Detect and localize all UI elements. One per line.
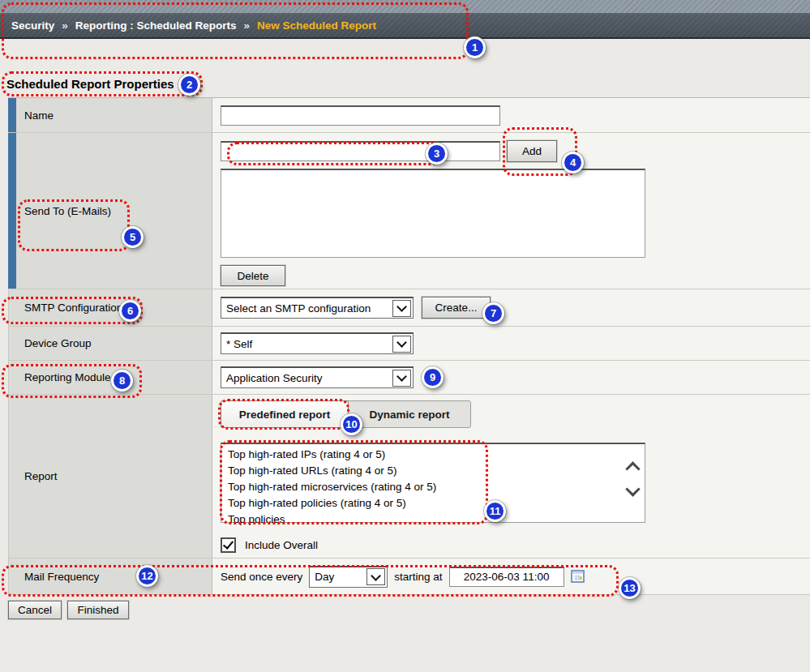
cancel-button[interactable]: Cancel bbox=[8, 601, 62, 619]
device-group-label: Device Group bbox=[8, 327, 212, 360]
chevron-right-separator-icon: » bbox=[244, 19, 251, 32]
tab-dynamic-report[interactable]: Dynamic report bbox=[349, 401, 470, 427]
form-row-report: Report Predefined report Dynamic report … bbox=[8, 395, 810, 559]
device-group-selected-value: * Self bbox=[226, 338, 252, 350]
name-input[interactable] bbox=[221, 105, 500, 126]
page-title: Scheduled Report Properties bbox=[6, 77, 174, 91]
chevron-down-icon bbox=[366, 568, 385, 585]
frequency-selected-value: Day bbox=[315, 571, 334, 583]
breadcrumb-section[interactable]: Security bbox=[11, 19, 54, 32]
annotation-badge-1: 1 bbox=[464, 36, 486, 58]
form-row-device-group: Device Group * Self bbox=[8, 327, 810, 361]
start-datetime-input[interactable] bbox=[449, 567, 564, 587]
chevron-down-icon bbox=[392, 370, 411, 387]
top-banner bbox=[0, 0, 810, 14]
list-item[interactable]: Top high-rated policies (rating 4 or 5) bbox=[221, 495, 645, 511]
include-overall-checkbox[interactable] bbox=[221, 537, 236, 553]
reporting-module-label: Reporting Module bbox=[8, 361, 212, 394]
send-once-every-label: Send once every bbox=[221, 571, 302, 583]
form-row-smtp-configuration: SMTP Configuration Select an SMTP config… bbox=[8, 289, 810, 327]
add-button[interactable]: Add bbox=[507, 140, 557, 162]
delete-button[interactable]: Delete bbox=[221, 265, 285, 286]
breadcrumb-current: New Scheduled Report bbox=[257, 19, 376, 32]
listbox-scrollbar[interactable] bbox=[628, 464, 638, 494]
smtp-config-select[interactable]: Select an SMTP configuration bbox=[221, 297, 414, 319]
breadcrumb: Security » Reporting : Scheduled Reports… bbox=[0, 14, 810, 39]
scheduled-report-page: Security » Reporting : Scheduled Reports… bbox=[0, 0, 810, 672]
include-overall-label: Include Overall bbox=[245, 539, 318, 551]
tab-predefined-report[interactable]: Predefined report bbox=[221, 400, 349, 428]
form-row-mail-frequency: Mail Frequency Send once every Day start… bbox=[8, 559, 810, 595]
finished-button[interactable]: Finished bbox=[67, 601, 129, 619]
report-listbox[interactable]: Top high-rated IPs (rating 4 or 5) Top h… bbox=[221, 443, 645, 523]
scroll-down-icon[interactable] bbox=[625, 482, 640, 496]
list-item[interactable]: Top high-rated microservices (rating 4 o… bbox=[221, 479, 645, 495]
starting-at-label: starting at bbox=[394, 571, 442, 583]
smtp-config-selected-value: Select an SMTP configuration bbox=[226, 302, 371, 315]
chevron-down-icon bbox=[392, 300, 411, 317]
chevron-right-separator-icon: » bbox=[62, 19, 68, 32]
calendar-icon[interactable] bbox=[571, 569, 585, 584]
footer-buttons: Cancel Finished bbox=[8, 601, 129, 619]
annotation-badge-2: 2 bbox=[178, 74, 200, 96]
report-type-tabs: Predefined report Dynamic report bbox=[221, 400, 471, 428]
frequency-select[interactable]: Day bbox=[309, 566, 388, 588]
create-smtp-button[interactable]: Create... bbox=[422, 297, 491, 319]
send-to-label: Send To (E-Mails) bbox=[8, 133, 212, 289]
scroll-up-icon[interactable] bbox=[625, 461, 640, 476]
properties-form: Name Send To (E-Mails) Add Delete SMTP C… bbox=[8, 97, 810, 595]
breadcrumb-path[interactable]: Reporting : Scheduled Reports bbox=[75, 19, 237, 32]
list-item[interactable]: Top high-rated IPs (rating 4 or 5) bbox=[221, 444, 645, 463]
mail-frequency-label: Mail Frequency bbox=[8, 559, 212, 594]
list-item[interactable]: Top high-rated URLs (rating 4 or 5) bbox=[221, 463, 645, 479]
checkmark-icon bbox=[223, 538, 234, 550]
chevron-down-icon bbox=[392, 336, 411, 353]
email-input[interactable] bbox=[221, 141, 500, 161]
recipients-listbox[interactable] bbox=[221, 169, 645, 258]
report-label: Report bbox=[8, 395, 212, 558]
reporting-module-selected-value: Application Security bbox=[226, 372, 323, 384]
name-label: Name bbox=[8, 98, 212, 132]
form-row-send-to: Send To (E-Mails) Add Delete bbox=[8, 133, 810, 289]
list-item[interactable]: Top policies bbox=[221, 511, 645, 528]
smtp-configuration-label: SMTP Configuration bbox=[8, 289, 212, 326]
form-row-reporting-module: Reporting Module Application Security bbox=[8, 361, 810, 395]
form-row-name: Name bbox=[8, 97, 810, 133]
device-group-select[interactable]: * Self bbox=[221, 332, 414, 354]
reporting-module-select[interactable]: Application Security bbox=[221, 366, 414, 388]
